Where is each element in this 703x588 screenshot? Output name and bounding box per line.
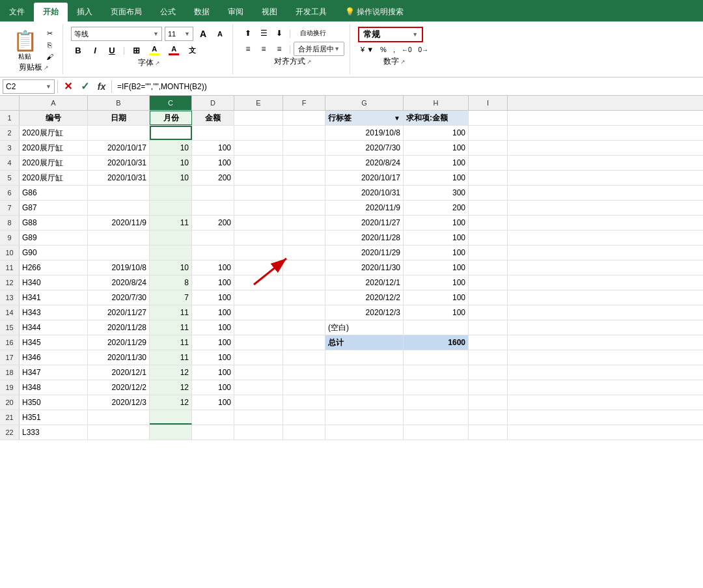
cell-d18[interactable]: 100: [192, 365, 234, 380]
paste-button[interactable]: 📋 粘贴: [10, 28, 39, 62]
tab-view[interactable]: 视图: [253, 3, 286, 21]
cut-button[interactable]: ✂: [42, 28, 57, 38]
cell-h10[interactable]: 100: [404, 245, 469, 260]
row-num-2[interactable]: 2: [0, 126, 20, 140]
row-num-19[interactable]: 19: [0, 380, 20, 395]
wen-button[interactable]: 文: [185, 43, 199, 57]
row-num-7[interactable]: 7: [0, 201, 20, 215]
cell-c3[interactable]: 10: [150, 141, 192, 155]
cell-e16[interactable]: [234, 335, 283, 350]
cell-e7[interactable]: [234, 201, 283, 215]
cell-b17[interactable]: 2020/11/30: [88, 350, 150, 365]
cell-e4[interactable]: [234, 156, 283, 170]
row-num-9[interactable]: 9: [0, 231, 20, 245]
row-num-16[interactable]: 16: [0, 335, 20, 350]
cell-a5[interactable]: 2020展厅缸: [20, 171, 88, 185]
cell-g22[interactable]: [325, 425, 404, 440]
fill-color-button[interactable]: A: [146, 43, 163, 57]
col-header-d[interactable]: D: [192, 96, 234, 110]
cell-i21[interactable]: [469, 410, 508, 425]
cell-h7[interactable]: 200: [404, 201, 469, 215]
cell-f17[interactable]: [283, 350, 325, 365]
row-num-10[interactable]: 10: [0, 245, 20, 260]
cell-i18[interactable]: [469, 365, 508, 380]
cell-c21[interactable]: [150, 410, 192, 425]
cell-a6[interactable]: G86: [20, 186, 88, 200]
cell-a3[interactable]: 2020展厅缸: [20, 141, 88, 155]
align-middle-button[interactable]: ☰: [256, 27, 271, 40]
cell-b8[interactable]: 2020/11/9: [88, 216, 150, 230]
cell-b1[interactable]: 日期: [88, 111, 150, 125]
currency-button[interactable]: ¥ ▼: [358, 44, 376, 55]
cell-b10[interactable]: [88, 245, 150, 260]
cell-b6[interactable]: [88, 186, 150, 200]
cell-c7[interactable]: [150, 201, 192, 215]
col-header-e[interactable]: E: [234, 96, 283, 110]
cell-e17[interactable]: [234, 350, 283, 365]
bold-button[interactable]: B: [71, 43, 85, 57]
number-expand[interactable]: ↗: [400, 59, 406, 65]
cell-c13[interactable]: 7: [150, 290, 192, 305]
cell-d21[interactable]: [192, 410, 234, 425]
row-num-4[interactable]: 4: [0, 156, 20, 170]
row-num-18[interactable]: 18: [0, 365, 20, 380]
cell-g16[interactable]: 总计: [325, 335, 404, 350]
increase-font-button[interactable]: A: [196, 27, 210, 41]
cell-d4[interactable]: 100: [192, 156, 234, 170]
cell-a14[interactable]: H343: [20, 305, 88, 320]
cell-d13[interactable]: 100: [192, 290, 234, 305]
cell-g21[interactable]: [325, 410, 404, 425]
col-header-g[interactable]: G: [325, 96, 404, 110]
cell-b12[interactable]: 2020/8/24: [88, 275, 150, 290]
increase-decimal-button[interactable]: ←0: [399, 45, 415, 55]
cell-e11[interactable]: [234, 260, 283, 275]
cell-b16[interactable]: 2020/11/29: [88, 335, 150, 350]
font-size-dropdown[interactable]: 11 ▼: [165, 27, 193, 41]
cell-e22[interactable]: [234, 425, 283, 440]
cell-b15[interactable]: 2020/11/28: [88, 320, 150, 335]
cell-b19[interactable]: 2020/12/2: [88, 380, 150, 395]
wrap-text-button[interactable]: 自动换行: [294, 27, 333, 40]
cell-d6[interactable]: [192, 186, 234, 200]
cell-g2[interactable]: 2019/10/8: [325, 126, 404, 140]
cell-a21[interactable]: H351: [20, 410, 88, 425]
row-num-13[interactable]: 13: [0, 290, 20, 305]
cell-d8[interactable]: 200: [192, 216, 234, 230]
row-num-22[interactable]: 22: [0, 425, 20, 440]
cell-c19[interactable]: 12: [150, 380, 192, 395]
cell-a2[interactable]: 2020展厅缸: [20, 126, 88, 140]
cell-a8[interactable]: G88: [20, 216, 88, 230]
cell-d16[interactable]: 100: [192, 335, 234, 350]
cell-i4[interactable]: [469, 156, 508, 170]
cell-a11[interactable]: H266: [20, 260, 88, 275]
tab-help-search[interactable]: 💡 操作说明搜索: [336, 3, 413, 21]
cell-f18[interactable]: [283, 365, 325, 380]
confirm-formula-button[interactable]: ✓: [77, 79, 92, 94]
cell-e15[interactable]: [234, 320, 283, 335]
cell-d11[interactable]: 100: [192, 260, 234, 275]
tab-developer[interactable]: 开发工具: [286, 3, 336, 21]
cell-h18[interactable]: [404, 365, 469, 380]
cell-d20[interactable]: 100: [192, 395, 234, 410]
cancel-formula-button[interactable]: ✕: [61, 79, 75, 94]
cell-a19[interactable]: H348: [20, 380, 88, 395]
cell-g4[interactable]: 2020/8/24: [325, 156, 404, 170]
cell-e13[interactable]: [234, 290, 283, 305]
cell-e12[interactable]: [234, 275, 283, 290]
cell-f1[interactable]: [283, 111, 325, 125]
cell-a22[interactable]: L333: [20, 425, 88, 440]
cell-b2[interactable]: [88, 126, 150, 140]
cell-g12[interactable]: 2020/12/1: [325, 275, 404, 290]
cell-c16[interactable]: 11: [150, 335, 192, 350]
cell-h4[interactable]: 100: [404, 156, 469, 170]
cell-c20[interactable]: 12: [150, 395, 192, 410]
cell-c1[interactable]: 月份: [150, 111, 192, 125]
cell-h11[interactable]: 100: [404, 260, 469, 275]
cell-c12[interactable]: 8: [150, 275, 192, 290]
row-num-21[interactable]: 21: [0, 410, 20, 425]
cell-i22[interactable]: [469, 425, 508, 440]
col-header-a[interactable]: A: [20, 96, 88, 110]
align-expand[interactable]: ↗: [307, 59, 312, 65]
cell-c9[interactable]: [150, 231, 192, 245]
cell-d14[interactable]: 100: [192, 305, 234, 320]
